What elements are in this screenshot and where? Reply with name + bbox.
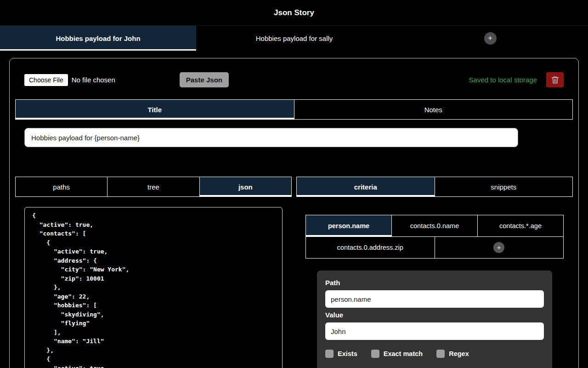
story-tab-sally[interactable]: Hobbies payload for sally bbox=[196, 26, 392, 51]
checkbox-label: Regex bbox=[449, 350, 469, 357]
criteria-panel-tab-bar: criteria snippets bbox=[296, 177, 573, 197]
value-label: Value bbox=[325, 311, 544, 319]
checkbox-icon[interactable] bbox=[325, 350, 334, 358]
criteria-tab-contacts-0-address-zip[interactable]: contacts.0.address.zip bbox=[306, 237, 435, 258]
app-header: Json Story bbox=[0, 0, 588, 26]
story-tab-john[interactable]: Hobbies payload for John bbox=[0, 26, 196, 51]
checkbox-icon[interactable] bbox=[371, 350, 379, 358]
regex-checkbox[interactable]: Regex bbox=[436, 350, 469, 358]
criteria-panel: criteria snippets person.name contacts.0… bbox=[296, 177, 573, 368]
choose-file-button[interactable]: Choose File bbox=[24, 74, 68, 86]
title-input[interactable] bbox=[24, 128, 518, 147]
json-panel: paths tree json { "active": true, "conta… bbox=[15, 177, 292, 368]
saved-status-text: Saved to local storage bbox=[469, 76, 537, 84]
criteria-checkboxes: Exists Exact match Regex bbox=[325, 350, 544, 358]
panels-row: paths tree json { "active": true, "conta… bbox=[15, 177, 573, 368]
toolbar: Choose File No file chosen Paste Json Sa… bbox=[24, 72, 564, 87]
criteria-tab-contacts-0-name[interactable]: contacts.0.name bbox=[392, 215, 477, 236]
title-notes-tab-bar: Title Notes bbox=[15, 99, 573, 120]
tab-criteria[interactable]: criteria bbox=[297, 177, 435, 196]
criteria-tab-group: person.name contacts.0.name contacts.*.a… bbox=[305, 215, 564, 259]
trash-icon bbox=[551, 75, 560, 84]
title-notes-section: Title Notes bbox=[15, 99, 573, 147]
criteria-tab-person-name[interactable]: person.name bbox=[306, 215, 391, 236]
tab-json[interactable]: json bbox=[200, 177, 291, 196]
value-input[interactable] bbox=[325, 322, 544, 340]
tab-title[interactable]: Title bbox=[16, 100, 294, 119]
add-criteria-button[interactable]: + bbox=[493, 242, 504, 253]
tab-snippets[interactable]: snippets bbox=[435, 177, 573, 196]
json-code-view[interactable]: { "active": true, "contacts": [ { "activ… bbox=[24, 207, 283, 368]
criteria-area: person.name contacts.0.name contacts.*.a… bbox=[305, 215, 564, 368]
checkbox-label: Exists bbox=[338, 350, 357, 357]
path-input[interactable] bbox=[325, 290, 544, 308]
paste-json-button[interactable]: Paste Json bbox=[180, 72, 229, 87]
plus-icon: + bbox=[488, 34, 492, 42]
delete-story-button[interactable] bbox=[546, 72, 564, 87]
json-panel-tab-bar: paths tree json bbox=[15, 177, 292, 197]
path-label: Path bbox=[325, 279, 544, 287]
tab-paths[interactable]: paths bbox=[16, 177, 107, 196]
story-tab-bar: Hobbies payload for John Hobbies payload… bbox=[0, 26, 588, 51]
checkbox-icon[interactable] bbox=[436, 350, 445, 358]
plus-icon: + bbox=[497, 244, 501, 251]
tab-notes[interactable]: Notes bbox=[294, 100, 573, 119]
criteria-form-card: Path Value Exists Exact match bbox=[317, 270, 552, 368]
criteria-tab-contacts-star-age[interactable]: contacts.*.age bbox=[478, 215, 563, 236]
add-story-button[interactable]: + bbox=[484, 32, 497, 45]
exists-checkbox[interactable]: Exists bbox=[325, 350, 357, 358]
story-panel: Choose File No file chosen Paste Json Sa… bbox=[9, 58, 579, 368]
exact-match-checkbox[interactable]: Exact match bbox=[371, 350, 423, 358]
criteria-add-cell: + bbox=[435, 237, 564, 258]
no-file-chosen-text: No file chosen bbox=[72, 76, 115, 84]
story-tab-filler: + bbox=[392, 26, 588, 51]
tab-tree[interactable]: tree bbox=[107, 177, 199, 196]
checkbox-label: Exact match bbox=[384, 350, 423, 357]
app-title: Json Story bbox=[274, 8, 314, 17]
